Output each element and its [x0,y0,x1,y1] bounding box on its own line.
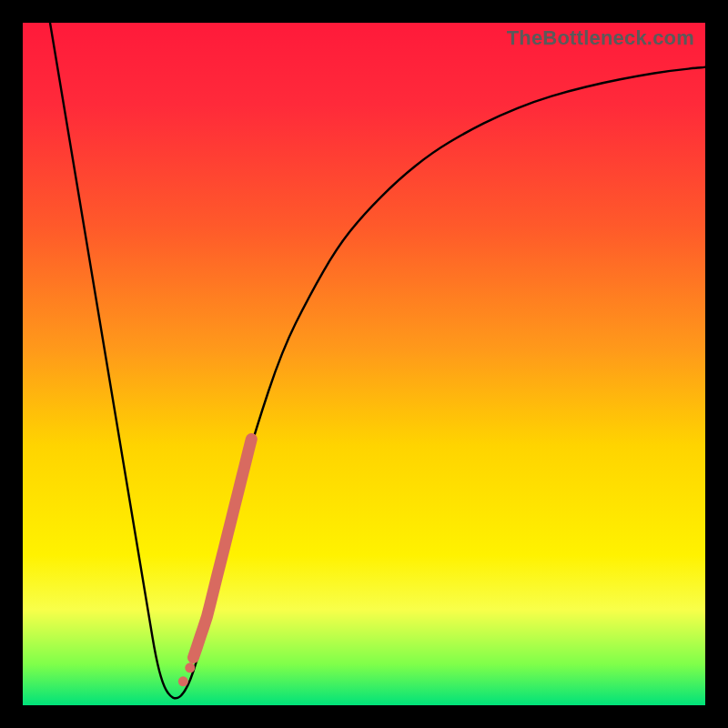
chart-frame: TheBottleneck.com [0,0,728,728]
plot-area: TheBottleneck.com [23,23,705,705]
dotted-segment [178,440,251,687]
dot-stroke [194,440,252,658]
curve-layer [23,23,705,705]
dot [185,662,195,672]
bottleneck-curve [50,23,705,698]
dot [178,676,188,686]
